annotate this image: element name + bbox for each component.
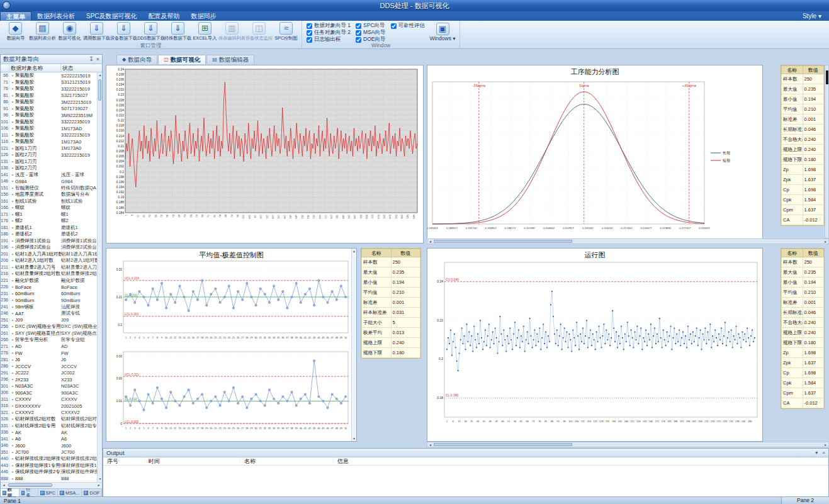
name-column-header[interactable]: 数据对象名称: [9, 64, 61, 72]
list-item[interactable]: 336▪AKAK: [1, 429, 102, 436]
scroll-left-icon[interactable]: ◄: [427, 239, 433, 244]
scrollbar-thumb[interactable]: [434, 240, 572, 243]
checkbox-input[interactable]: [391, 23, 397, 29]
list-item[interactable]: 146▪G984G984: [1, 178, 102, 185]
scroll-left-icon[interactable]: ◄: [1, 483, 7, 488]
list-item[interactable]: 166▪螺纹螺纹: [1, 204, 102, 211]
list-item[interactable]: 191▪消费焊接1试验台消费焊接1试验台: [1, 238, 102, 245]
scroll-down-icon[interactable]: ▼: [98, 476, 102, 482]
ribbon-button[interactable]: ≈SPC控制图: [273, 21, 300, 42]
run-chart-panel[interactable]: 运行图 0.180.20.220.24CU:0.240CL:0.18016111…: [427, 248, 763, 442]
scrollbar-thumb[interactable]: [434, 443, 572, 446]
panel-tab-1[interactable]: 数据...: [1, 489, 20, 496]
wizard-checkbox[interactable]: 任务对象向导 2: [307, 30, 351, 36]
scrollbar-thumb[interactable]: [8, 483, 52, 487]
output-column-header[interactable]: 时间: [145, 457, 240, 465]
list-item[interactable]: 121▪圆柱1刀刃1M173A0: [1, 145, 102, 152]
timeseries-chart-panel[interactable]: 0.1840.1860.1880.190.1920.1940.1960.1980…: [106, 65, 424, 244]
vertical-scrollbar[interactable]: ▲ ▼: [97, 72, 102, 482]
menu-tab[interactable]: SPC及数据可视化: [81, 11, 143, 21]
ribbon-button[interactable]: ▥保存编辑列表: [218, 21, 245, 42]
panel-tab-4[interactable]: MSA...: [58, 489, 82, 496]
list-item[interactable]: 136▪圆柱2刀刃: [1, 165, 102, 172]
list-item[interactable]: 131▪圆柱1刀刃: [1, 159, 102, 165]
list-item[interactable]: 281▪J6J6: [1, 357, 102, 364]
scroll-right-icon[interactable]: ►: [823, 442, 828, 447]
list-item[interactable]: 196▪消费焊接2试验台消费焊接2试验台: [1, 244, 102, 251]
list-item[interactable]: 216▪铝材质量焊接2组对数铝材质量焊接2组对数: [1, 271, 102, 277]
capability-chart-panel[interactable]: 工序能力分析图 0.1853120.1885270.1917420.194957…: [427, 65, 763, 244]
pin-icon[interactable]: ↧: [89, 56, 94, 62]
windows-button[interactable]: ▣ Windows ▾: [427, 21, 458, 42]
scrollbar-thumb[interactable]: [98, 79, 101, 101]
list-item[interactable]: 443▪保材焊接组焊接1专用线保材焊接组焊接1专用线: [1, 462, 102, 469]
ribbon-button[interactable]: ⇓DDS数据下载: [137, 21, 164, 42]
list-item[interactable]: 111▪聚氨酯胶33222215019: [1, 132, 102, 139]
list-item[interactable]: 201▪铝材1进入刀具1组对数铝材1进入刀具1组对数: [1, 251, 102, 258]
ribbon-button[interactable]: ⇓调用数据下载: [83, 21, 110, 42]
output-column-header[interactable]: 信息: [334, 457, 828, 465]
ribbon-button[interactable]: ⇓特殊数据下载: [164, 21, 191, 42]
list-item[interactable]: 341▪A6A6: [1, 436, 102, 443]
wizard-checkbox[interactable]: 数据对象向导 1: [307, 23, 351, 29]
list-item[interactable]: 271▪ADAD: [1, 344, 102, 350]
ribbon-button[interactable]: ⊞EXCEL导入: [191, 21, 218, 42]
list-item[interactable]: 251▪J09J09: [1, 317, 102, 324]
list-item[interactable]: 291▪JC222JC002: [1, 370, 102, 377]
list-item[interactable]: 266▪留学生专用分析留学专业组: [1, 337, 102, 344]
ribbon-button[interactable]: ◆数据向导: [2, 21, 29, 42]
horizontal-scrollbar[interactable]: ◄ ►: [427, 238, 829, 244]
list-item[interactable]: 116▪聚氨酯胶1M173A0: [1, 138, 102, 145]
list-item[interactable]: 241▪98m钢板汕尾焊接: [1, 304, 102, 311]
list-item[interactable]: 440▪铝材焊接线接2组焊接专用铝材焊接线接2组焊接专用: [1, 456, 102, 462]
style-menu-button[interactable]: Style ▾: [803, 11, 829, 21]
list-item[interactable]: 156▪地面厚度测试数据编号分布: [1, 191, 102, 198]
list-item[interactable]: 286▪JCCCVJCCCV: [1, 363, 102, 370]
list-column-header[interactable]: 数据对象名称 状态: [1, 64, 102, 72]
wizard-checkbox[interactable]: MSA向导: [356, 30, 385, 36]
close-icon[interactable]: ×: [96, 56, 99, 62]
output-column-header[interactable]: 序号: [103, 457, 145, 465]
list-item[interactable]: 306▪900A3C900A3C: [1, 389, 102, 396]
ribbon-button[interactable]: ◉数据可视化: [56, 21, 83, 42]
menu-tab[interactable]: 数据同步: [186, 11, 222, 21]
list-item[interactable]: 71▪聚氨酯胶S3121215019: [1, 79, 102, 86]
list-item[interactable]: 256▪DXC (SW)规格全专用文档1DXC (SW)规格全专用1: [1, 323, 102, 330]
horizontal-scrollbar[interactable]: ◄ ►: [1, 482, 102, 488]
list-item[interactable]: 326▪铝材焊接线2组对数铝材焊接线2组对数: [1, 416, 102, 423]
scroll-up-icon[interactable]: ▲: [98, 72, 102, 78]
list-item[interactable]: 106▪聚氨酯胶1M173AD: [1, 125, 102, 132]
list-item[interactable]: 331▪铝材线焊接2组专用铝材线焊接2组专用: [1, 423, 102, 430]
output-column-header[interactable]: 名称: [240, 457, 334, 465]
checkbox-input[interactable]: [356, 23, 361, 29]
list-item[interactable]: 246▪AAT测试专线: [1, 310, 102, 317]
app-icon[interactable]: [3, 1, 11, 9]
list-item[interactable]: 211▪铝材质量2进入刀号铝材质量2进入刀号: [1, 264, 102, 271]
output-header[interactable]: Output ▾ ×: [103, 449, 828, 457]
menu-tab[interactable]: 配置及帮助: [143, 11, 186, 21]
scrollbar-thumb[interactable]: [826, 70, 828, 84]
list-item[interactable]: 221▪融化炉数据融化炉数据: [1, 277, 102, 284]
control-chart-panel[interactable]: 平均值-极差值控制图 0.20.210.22UCL:0.216CL:0.210L…: [106, 248, 357, 442]
vertical-scrollbar[interactable]: ▲ ▼: [351, 249, 356, 441]
list-item[interactable]: 301▪N03A3CN03A3C: [1, 383, 102, 390]
list-item[interactable]: 446▪保线焊接组件焊接2专用保线焊接组件焊接2专用: [1, 469, 102, 476]
panel-tab-3[interactable]: SPC: [38, 489, 58, 496]
list-item[interactable]: 186▪磨缝机2磨缝机2: [1, 231, 102, 238]
ribbon-button[interactable]: ▤数据列表分析: [29, 21, 56, 42]
wizard-checkbox[interactable]: SPC向导: [356, 23, 385, 29]
panel-tab-2[interactable]: 任务...: [20, 489, 38, 496]
document-tab[interactable]: ◫数据可视化: [158, 55, 206, 64]
document-tab[interactable]: ▤数据编辑器: [206, 55, 254, 64]
checkbox-input[interactable]: [307, 30, 312, 36]
list-item[interactable]: 351▪JC700JC700: [1, 449, 102, 456]
scroll-left-icon[interactable]: ◄: [427, 442, 433, 447]
list-item[interactable]: 86▪聚氨酯胶3M222215019: [1, 99, 102, 106]
close-icon[interactable]: ×: [822, 450, 825, 456]
panel-tab-5[interactable]: DOF: [82, 489, 102, 496]
list-item[interactable]: 276▪FWFW: [1, 350, 102, 357]
scroll-right-icon[interactable]: ►: [96, 483, 102, 488]
list-item[interactable]: 226▪BoFaceBoFace: [1, 284, 102, 291]
chevron-down-icon[interactable]: ▾: [815, 450, 818, 456]
list-item[interactable]: 161▪刨线1试验刨线1试验: [1, 198, 102, 205]
